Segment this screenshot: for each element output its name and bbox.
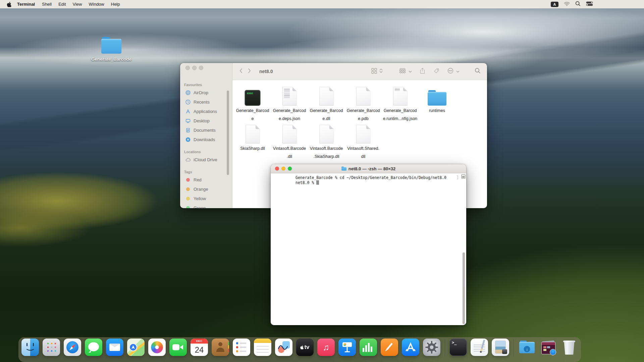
minimize-button[interactable] bbox=[192, 66, 197, 70]
dock-textedit[interactable] bbox=[471, 339, 488, 356]
proxy-folder-icon[interactable] bbox=[341, 167, 346, 171]
dock-system-settings[interactable] bbox=[423, 339, 440, 356]
file-dll[interactable]: Generate_Barcod e.dll bbox=[309, 85, 344, 121]
photos-icon bbox=[148, 339, 166, 356]
dock-recents-stack[interactable] bbox=[539, 339, 557, 356]
more-actions-icon[interactable] bbox=[447, 68, 453, 75]
menu-view[interactable]: View bbox=[69, 0, 86, 8]
view-options-chevrons-icon[interactable] bbox=[379, 68, 383, 75]
search-icon[interactable] bbox=[475, 68, 481, 75]
sidebar-item-tag-yellow[interactable]: Yellow bbox=[180, 194, 232, 203]
dock-downloads-folder[interactable] bbox=[518, 339, 536, 356]
zoom-button[interactable] bbox=[199, 66, 203, 70]
dock-notes[interactable] bbox=[254, 339, 271, 356]
mail-icon bbox=[106, 339, 123, 356]
dock-safari[interactable] bbox=[64, 339, 81, 356]
sidebar-item-desktop[interactable]: Desktop bbox=[180, 116, 232, 125]
close-button[interactable] bbox=[185, 66, 190, 70]
sidebar-item-recents[interactable]: Recents bbox=[180, 97, 232, 107]
dock-mail[interactable] bbox=[106, 339, 123, 356]
menu-bar: Terminal Shell Edit View Window Help A bbox=[0, 0, 644, 8]
sidebar-item-airdrop[interactable]: AirDrop bbox=[180, 88, 232, 97]
apple-menu-icon[interactable] bbox=[7, 2, 11, 7]
view-grid-icon[interactable] bbox=[371, 68, 377, 75]
file-skiasharp-dll[interactable]: SkiaSharp.dll bbox=[235, 123, 270, 154]
sidebar-scrollbar[interactable] bbox=[227, 90, 229, 175]
group-by-icon[interactable] bbox=[399, 68, 406, 75]
sidebar-item-tag-orange[interactable]: Orange bbox=[180, 184, 232, 194]
keyboard-input-icon[interactable]: A bbox=[551, 2, 558, 7]
menu-shell[interactable]: Shell bbox=[39, 0, 55, 8]
tag-orange-icon bbox=[186, 187, 190, 191]
airdrop-icon bbox=[185, 90, 191, 96]
dock-apple-tv[interactable]: tv bbox=[296, 339, 314, 356]
terminal-window: net8.0 — -zsh — 80×32 Generate_Barcode %… bbox=[271, 164, 466, 325]
dock-pages[interactable] bbox=[381, 339, 398, 356]
freeform-icon bbox=[275, 339, 292, 356]
document-icon bbox=[319, 125, 334, 143]
menu-window[interactable]: Window bbox=[86, 0, 108, 8]
back-button[interactable] bbox=[239, 68, 243, 75]
sidebar-item-tag-red[interactable]: Red bbox=[180, 175, 232, 184]
dock-contacts[interactable] bbox=[212, 339, 229, 356]
sidebar-item-applications[interactable]: Applications bbox=[180, 107, 232, 116]
menu-edit[interactable]: Edit bbox=[55, 0, 69, 8]
dock-numbers[interactable] bbox=[360, 339, 377, 356]
forward-button[interactable] bbox=[248, 68, 251, 75]
dock-reminders[interactable] bbox=[233, 339, 250, 356]
sidebar-list: Favourites AirDrop Recents Applications … bbox=[180, 63, 232, 208]
wifi-icon[interactable] bbox=[564, 2, 570, 7]
finder-sidebar: Favourites AirDrop Recents Applications … bbox=[180, 63, 232, 208]
desktop-folder-icon[interactable] bbox=[101, 37, 121, 54]
dock-app-store[interactable] bbox=[402, 339, 419, 356]
close-button[interactable] bbox=[275, 167, 279, 171]
dock-keynote[interactable] bbox=[338, 339, 356, 356]
control-center-icon[interactable] bbox=[586, 1, 593, 7]
chevron-down-icon[interactable] bbox=[456, 68, 460, 74]
terminal-scrollbar[interactable] bbox=[463, 252, 465, 324]
file-pdb[interactable]: Generate_Barcod e.pdb bbox=[346, 85, 381, 121]
terminal-output[interactable]: Generate_Barcode % cd ~/Desktop/Generate… bbox=[271, 173, 466, 325]
sidebar-item-label: AirDrop bbox=[194, 90, 208, 95]
terminal-titlebar[interactable]: net8.0 — -zsh — 80×32 bbox=[271, 164, 466, 173]
sidebar-item-label: Applications bbox=[194, 109, 217, 114]
desktop-icon bbox=[185, 118, 191, 124]
menu-help[interactable]: Help bbox=[108, 0, 123, 8]
launchpad-icon bbox=[43, 339, 60, 356]
file-vintasoft-barcode-dll[interactable]: Vintasoft.Barcode .dll bbox=[272, 123, 307, 159]
sidebar-item-downloads[interactable]: Downloads bbox=[180, 135, 232, 144]
sidebar-item-tag-green[interactable]: Green bbox=[180, 203, 232, 208]
sidebar-item-icloud-drive[interactable]: iCloud Drive bbox=[180, 155, 232, 164]
dock-finder[interactable] bbox=[21, 339, 39, 356]
dock-freeform[interactable] bbox=[275, 339, 292, 356]
file-deps-json[interactable]: Generate_Barcod e.deps.json bbox=[272, 85, 307, 121]
menu-app-name[interactable]: Terminal bbox=[13, 0, 39, 8]
terminal-inspector-icon[interactable] bbox=[461, 174, 466, 180]
zoom-button[interactable] bbox=[288, 167, 292, 171]
spotlight-search-icon[interactable] bbox=[575, 1, 581, 7]
dock-maps[interactable] bbox=[127, 339, 145, 356]
dock-preview[interactable] bbox=[492, 339, 509, 356]
share-icon[interactable] bbox=[420, 68, 425, 75]
file-runtimeconfig-json[interactable]: Generate_Barcod e.runtim...nfig.json bbox=[383, 85, 418, 121]
file-vintasoft-barcode-skiasharp-dll[interactable]: Vintasoft.Barcode .SkiaSharp.dll bbox=[309, 123, 344, 159]
tag-icon[interactable] bbox=[434, 68, 439, 75]
dock-photos[interactable] bbox=[148, 339, 166, 356]
dock-terminal[interactable]: >_ bbox=[449, 339, 467, 356]
file-vintasoft-shared-dll[interactable]: Vintasoft.Shared. dll bbox=[346, 123, 381, 159]
dock-facetime[interactable] bbox=[169, 339, 187, 356]
dock-launchpad[interactable] bbox=[43, 339, 60, 356]
minimize-button[interactable] bbox=[281, 167, 285, 171]
desktop-folder-label[interactable]: Generate_Barcode bbox=[78, 57, 145, 62]
maps-icon bbox=[127, 339, 145, 356]
dock-music[interactable] bbox=[317, 339, 335, 356]
file-generate-barcode-exec[interactable]: exec Generate_Barcod e bbox=[235, 85, 270, 121]
folder-runtimes[interactable]: runtimes bbox=[420, 85, 454, 116]
dock-messages[interactable] bbox=[85, 339, 102, 356]
sidebar-item-label: Yellow bbox=[194, 196, 206, 201]
dock-calendar[interactable]: DEC 24 bbox=[191, 339, 208, 356]
settings-gear-icon bbox=[423, 339, 440, 356]
chevron-down-icon[interactable] bbox=[409, 68, 412, 74]
dock-trash[interactable] bbox=[560, 339, 578, 356]
sidebar-item-documents[interactable]: Documents bbox=[180, 125, 232, 135]
